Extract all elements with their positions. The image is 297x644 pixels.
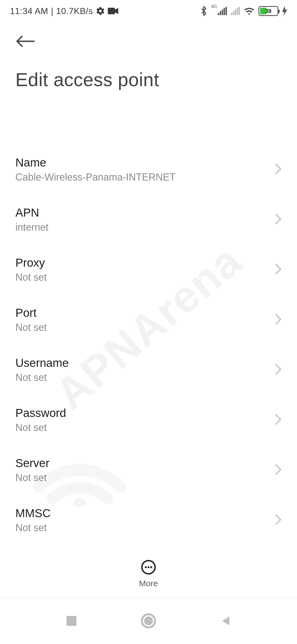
row-password-label: Password [15,406,270,420]
chevron-right-icon [275,464,282,476]
bluetooth-icon [200,6,207,17]
gear-icon [96,6,105,16]
svg-rect-6 [67,616,76,626]
status-signal1: 4G [211,7,227,15]
chevron-right-icon [275,514,282,526]
more-label: More [139,579,158,588]
row-apn[interactable]: APN internet [0,195,297,245]
more-button[interactable]: More [139,560,158,588]
row-proxy[interactable]: Proxy Not set [0,245,297,295]
row-username-value: Not set [15,372,270,383]
arrow-left-icon [15,35,35,48]
row-port[interactable]: Port Not set [0,295,297,345]
row-server-label: Server [15,457,270,470]
system-nav-bar [0,597,297,644]
row-name-label: Name [15,156,270,169]
row-username-label: Username [15,356,270,370]
square-icon [65,615,78,627]
row-server[interactable]: Server Not set [0,445,297,495]
charging-icon [282,6,287,16]
svg-rect-1 [108,8,115,14]
status-separator: | [51,6,53,16]
triangle-left-icon [219,615,232,627]
row-proxy-value: Not set [15,272,270,283]
page-title: Edit access point [15,69,282,90]
nav-home-button[interactable] [139,611,158,631]
row-mmsc[interactable]: MMSC Not set [0,495,297,545]
row-apn-value: internet [15,222,270,233]
back-button[interactable] [15,30,37,52]
row-port-label: Port [15,306,270,320]
chevron-right-icon [275,264,282,276]
svg-point-8 [144,616,153,625]
row-name[interactable]: Name Cable-Wireless-Panama-INTERNET [0,144,297,195]
nav-back-button[interactable] [216,611,235,631]
row-username[interactable]: Username Not set [0,345,297,395]
svg-point-5 [150,566,152,568]
camera-icon [108,7,118,15]
status-net-speed: 10.7KB/s [56,6,93,16]
chevron-right-icon [275,214,282,226]
svg-point-3 [145,566,147,568]
chevron-right-icon [275,314,282,326]
battery-indicator: 38 [258,6,278,16]
chevron-right-icon [275,414,282,426]
row-mms-proxy[interactable]: MMS proxy Not set [0,545,297,548]
row-password-value: Not set [15,422,270,433]
row-server-value: Not set [15,472,270,484]
row-mmsc-value: Not set [15,522,270,534]
chevron-right-icon [275,163,282,176]
row-apn-label: APN [15,206,270,219]
wifi-icon [244,7,255,15]
circle-icon [141,613,156,629]
nav-recents-button[interactable] [62,611,81,631]
status-signal2-nosim [231,7,240,15]
row-password[interactable]: Password Not set [0,395,297,445]
row-proxy-label: Proxy [15,256,270,269]
apn-settings-list: Name Cable-Wireless-Panama-INTERNET APN … [0,144,297,548]
row-name-value: Cable-Wireless-Panama-INTERNET [15,171,270,183]
row-mmsc-label: MMSC [15,507,270,520]
status-time: 11:34 AM [10,6,48,16]
svg-point-4 [147,566,149,568]
more-icon [141,560,156,576]
row-port-value: Not set [15,322,270,333]
status-bar: 11:34 AM | 10.7KB/s 4G 38 [0,0,297,22]
chevron-right-icon [275,364,282,376]
